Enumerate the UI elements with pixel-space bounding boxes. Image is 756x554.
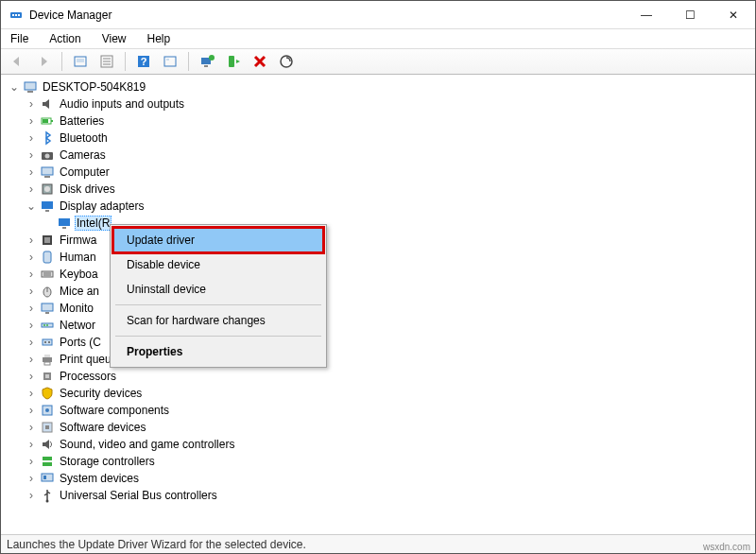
chevron-right-icon[interactable]: ›	[26, 251, 37, 264]
chevron-down-icon[interactable]: ⌄	[9, 80, 20, 94]
tree-item[interactable]: ›Software devices	[9, 419, 753, 436]
update-driver-toolbar-icon[interactable]	[197, 51, 217, 72]
audio-icon	[40, 96, 55, 112]
svg-rect-51	[44, 355, 50, 357]
chevron-right-icon[interactable]: ›	[26, 165, 37, 179]
computer-icon	[40, 164, 55, 180]
tree-item[interactable]: ›Disk drives	[9, 181, 753, 198]
chevron-right-icon[interactable]: ›	[26, 234, 37, 247]
context-menu-item[interactable]: Update driver	[113, 228, 323, 252]
svg-point-29	[44, 186, 50, 192]
svg-rect-58	[43, 457, 52, 460]
menu-action[interactable]: Action	[45, 30, 84, 47]
tree-item-label: Disk drives	[58, 182, 117, 196]
chevron-right-icon[interactable]: ›	[26, 438, 37, 451]
firmware-icon	[40, 233, 55, 248]
menu-view[interactable]: View	[98, 30, 130, 47]
watermark: wsxdn.com	[703, 542, 750, 552]
security-icon	[40, 386, 55, 401]
chevron-right-icon[interactable]: ›	[26, 353, 37, 366]
details-icon[interactable]	[96, 51, 117, 72]
network-icon	[40, 318, 55, 333]
tree-item-label: Firmwa	[58, 234, 98, 247]
tree-item-label: Keyboa	[58, 268, 100, 281]
tree-item-label: Display adapters	[58, 199, 146, 213]
svg-rect-17	[229, 56, 234, 67]
context-menu-item[interactable]: Uninstall device	[113, 277, 323, 302]
tree-item[interactable]: ›Universal Serial Bus controllers	[9, 487, 753, 504]
window-controls: — ☐ ✕	[625, 1, 755, 28]
svg-rect-43	[45, 312, 49, 314]
scan-hardware-icon[interactable]	[276, 51, 297, 72]
tree-item-label: Batteries	[58, 114, 106, 128]
context-menu-separator	[115, 304, 321, 305]
chevron-right-icon[interactable]: ›	[26, 319, 37, 332]
tree-item[interactable]: ›Batteries	[9, 113, 753, 130]
tree-item-label: Computer	[58, 165, 112, 179]
forward-arrow-icon[interactable]	[33, 51, 54, 72]
bluetooth-icon	[40, 130, 55, 146]
properties-icon[interactable]	[160, 51, 180, 72]
usb-icon	[40, 488, 55, 503]
svg-rect-15	[204, 65, 208, 67]
close-button[interactable]: ✕	[712, 1, 755, 29]
chevron-right-icon[interactable]: ›	[26, 148, 37, 162]
svg-rect-52	[44, 362, 50, 365]
tree-item[interactable]: ›Processors	[9, 368, 753, 385]
menu-help[interactable]: Help	[144, 30, 175, 47]
tree-item-label: Processors	[58, 370, 118, 383]
tree-item[interactable]: ›Sound, video and game controllers	[9, 436, 753, 453]
context-menu-item[interactable]: Disable device	[113, 252, 323, 277]
svg-rect-60	[42, 474, 53, 481]
svg-rect-50	[43, 357, 52, 362]
tree-item[interactable]: ›Computer	[9, 164, 753, 181]
device-tree[interactable]: ⌄ DESKTOP-504K819 ›Audio inputs and outp…	[1, 75, 755, 534]
chevron-right-icon[interactable]: ›	[26, 489, 37, 502]
chevron-right-icon[interactable]: ›	[26, 336, 37, 349]
back-arrow-icon[interactable]	[7, 51, 27, 72]
maximize-button[interactable]: ☐	[668, 1, 712, 29]
tree-item[interactable]: ›Software components	[9, 402, 753, 419]
context-menu-item[interactable]: Properties	[113, 339, 323, 364]
chevron-right-icon[interactable]: ›	[26, 370, 37, 383]
svg-rect-20	[27, 91, 33, 93]
tree-item[interactable]: ›Cameras	[9, 147, 753, 164]
tree-item[interactable]: ›Storage controllers	[9, 453, 753, 470]
tree-item[interactable]: ›Bluetooth	[9, 130, 753, 147]
tree-item-label: Cameras	[58, 148, 108, 162]
chevron-right-icon[interactable]: ›	[26, 302, 37, 315]
chevron-right-icon[interactable]: ›	[26, 455, 37, 468]
help-icon[interactable]: ?	[133, 51, 154, 72]
chevron-right-icon[interactable]: ›	[26, 285, 37, 298]
tree-item[interactable]: ⌄Display adapters	[9, 198, 753, 215]
tree-item[interactable]: ›System devices	[9, 470, 753, 487]
svg-rect-26	[42, 167, 53, 175]
svg-point-49	[48, 341, 50, 343]
enable-device-icon[interactable]	[223, 51, 244, 72]
menu-file[interactable]: File	[7, 30, 32, 47]
chevron-down-icon[interactable]: ⌄	[26, 199, 37, 213]
minimize-button[interactable]: —	[625, 1, 668, 29]
tree-item[interactable]: ›Security devices	[9, 385, 753, 402]
svg-rect-1	[12, 14, 14, 16]
uninstall-device-icon[interactable]	[249, 51, 270, 72]
chevron-right-icon[interactable]: ›	[26, 404, 37, 417]
chevron-right-icon[interactable]: ›	[26, 387, 37, 400]
svg-rect-61	[43, 476, 46, 479]
chevron-right-icon[interactable]: ›	[26, 182, 37, 196]
display-icon	[40, 199, 55, 214]
hid-icon	[40, 250, 55, 265]
chevron-right-icon[interactable]: ›	[26, 131, 37, 145]
svg-rect-33	[62, 227, 66, 229]
chevron-right-icon[interactable]: ›	[26, 114, 37, 128]
tree-root[interactable]: ⌄ DESKTOP-504K819	[9, 78, 753, 95]
context-menu-item[interactable]: Scan for hardware changes	[113, 308, 323, 333]
svg-point-46	[46, 324, 48, 326]
chevron-right-icon[interactable]: ›	[26, 268, 37, 281]
chevron-right-icon[interactable]: ›	[26, 97, 37, 111]
statusbar: Launches the Update Driver Wizard for th…	[1, 534, 755, 553]
tree-item[interactable]: ›Audio inputs and outputs	[9, 95, 753, 113]
chevron-right-icon[interactable]: ›	[26, 472, 37, 485]
chevron-right-icon[interactable]: ›	[26, 421, 37, 434]
show-hidden-icon[interactable]	[70, 51, 91, 72]
